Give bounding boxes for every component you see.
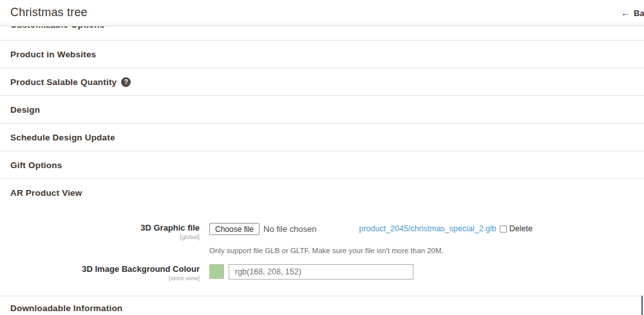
section-customizable-options[interactable]: Customizable Options <box>0 26 644 41</box>
help-icon[interactable]: ? <box>121 77 131 87</box>
section-downloadable-information[interactable]: Downloadable Information <box>0 296 644 315</box>
field-note-spacer <box>0 247 209 254</box>
field-control-col <box>209 264 413 282</box>
field-label-col: 3D Graphic file [global] <box>0 223 200 240</box>
section-ar-product-view[interactable]: AR Product View <box>0 179 644 207</box>
section-title: Gift Options <box>10 160 62 170</box>
product-edit-page: Christmas tree ←Back Customizable Option… <box>0 0 644 315</box>
field-label: 3D Graphic file <box>0 223 200 233</box>
section-title: AR Product View <box>10 188 82 198</box>
section-title: Design <box>10 105 40 115</box>
file-status-text: No file chosen <box>263 223 316 235</box>
file-note: Only support file GLB or GLTF. Make sure… <box>209 247 444 254</box>
scrollbar-thumb[interactable] <box>641 296 643 315</box>
field-label-col: 3D Image Background Colour [store view] <box>0 264 200 282</box>
back-arrow-icon: ← <box>621 7 630 18</box>
section-gift-options[interactable]: Gift Options <box>0 151 644 179</box>
page-title: Christmas tree <box>10 6 88 19</box>
back-label: Back <box>634 8 644 18</box>
section-product-salable-quantity[interactable]: Product Salable Quantity ? <box>0 68 644 96</box>
product-form-content: Customizable Options Product in Websites… <box>0 26 644 315</box>
choose-file-button[interactable]: Choose file <box>209 223 260 235</box>
color-input[interactable] <box>229 264 413 280</box>
field-3d-graphic-file: 3D Graphic file [global] Choose file No … <box>0 223 644 240</box>
field-scope: [store view] <box>0 274 200 282</box>
section-title: Schedule Design Update <box>10 133 115 142</box>
section-design[interactable]: Design <box>0 96 644 124</box>
field-note-row: Only support file GLB or GLTF. Make sure… <box>0 247 644 254</box>
section-title: Downloadable Information <box>10 303 122 313</box>
delete-checkbox[interactable] <box>500 225 507 233</box>
field-control-col: Choose file No file chosen product_2045/… <box>209 223 533 240</box>
section-schedule-design-update[interactable]: Schedule Design Update <box>0 124 644 151</box>
field-label: 3D Image Background Colour <box>0 264 200 274</box>
current-file-link[interactable]: product_2045/christmas_special_2.glb <box>359 223 496 235</box>
field-scope: [global] <box>0 233 200 240</box>
ar-product-view-form: 3D Graphic file [global] Choose file No … <box>0 207 644 296</box>
section-product-in-websites[interactable]: Product in Websites <box>0 41 644 68</box>
color-swatch[interactable] <box>209 264 224 279</box>
back-button[interactable]: ←Back <box>621 7 644 18</box>
field-3d-background-colour: 3D Image Background Colour [store view] <box>0 264 644 282</box>
section-title: Product Salable Quantity <box>10 77 117 87</box>
section-title: Product in Websites <box>10 50 96 59</box>
page-header: Christmas tree ←Back <box>0 0 644 26</box>
delete-label: Delete <box>509 223 533 235</box>
